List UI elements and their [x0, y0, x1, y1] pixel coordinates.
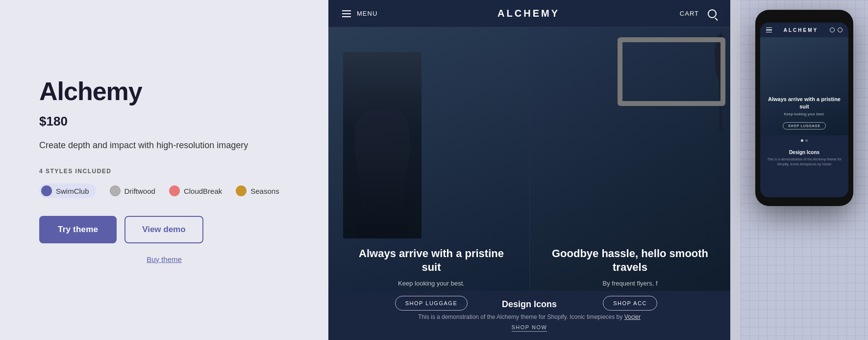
- swimclub-label: SwimClub: [56, 187, 89, 195]
- mobile-user-icon: [830, 27, 835, 32]
- hero-left-panel: Always arrive with a pristine suit Keep …: [328, 27, 529, 340]
- theme-description: Create depth and impact with high-resolu…: [39, 139, 274, 152]
- hero-left-subheading: Keep looking your best.: [358, 280, 505, 287]
- mobile-frame: ALCHEMY Always arrive with a pristine su…: [755, 10, 853, 206]
- driftwood-dot: [110, 185, 121, 196]
- mobile-bottom-title: Design Icons: [766, 150, 843, 155]
- hero-right-subheading: By frequent flyers, f: [549, 280, 711, 287]
- cloudbreak-label: CloudBreak: [184, 187, 222, 195]
- mobile-hero-text: Always arrive with a pristine suit Keep …: [766, 96, 843, 130]
- seasons-label: Seasons: [250, 187, 279, 195]
- mobile-navbar: ALCHEMY: [760, 23, 848, 37]
- style-option-seasons[interactable]: Seasons: [236, 185, 279, 196]
- style-options: SwimClub Driftwood CloudBreak Seasons: [39, 183, 289, 198]
- mobile-hero-heading: Always arrive with a pristine suit: [766, 96, 843, 110]
- style-option-cloudbreak[interactable]: CloudBreak: [169, 185, 222, 196]
- mobile-bottom: Design Icons This is a demonstration of …: [760, 146, 848, 171]
- mobile-carousel-dots: [760, 135, 848, 146]
- styles-label: 4 STYLES INCLUDED: [39, 168, 289, 175]
- mobile-screen: ALCHEMY Always arrive with a pristine su…: [760, 23, 848, 197]
- hero-right-heading: Goodbye hassle, hello smooth travels: [549, 247, 711, 275]
- hero-left-text: Always arrive with a pristine suit Keep …: [353, 247, 510, 311]
- mobile-dot-2[interactable]: [805, 139, 808, 142]
- theme-price: $180: [39, 114, 289, 129]
- hero-left-heading: Always arrive with a pristine suit: [358, 247, 505, 275]
- mobile-hamburger-icon: [766, 27, 772, 33]
- preview-navbar: MENU ALCHEMY CART: [328, 0, 730, 27]
- theme-title: Alchemy: [39, 77, 289, 106]
- right-panel: MENU ALCHEMY CART Always arrive with a p…: [328, 0, 868, 340]
- search-icon: [708, 9, 717, 18]
- mobile-search-icon: [838, 27, 843, 32]
- cloudbreak-dot: [169, 185, 180, 196]
- mobile-preview: ALCHEMY Always arrive with a pristine su…: [755, 10, 853, 206]
- hero-right-text: Goodbye hassle, hello smooth travels By …: [549, 247, 711, 311]
- preview-nav-left: MENU: [342, 10, 377, 17]
- try-theme-button[interactable]: Try theme: [39, 216, 117, 243]
- mobile-dot-1[interactable]: [801, 139, 803, 142]
- style-option-driftwood[interactable]: Driftwood: [110, 185, 155, 196]
- seasons-dot: [236, 185, 247, 196]
- hamburger-icon: [342, 10, 351, 17]
- hero-left-button[interactable]: SHOP LUGGAGE: [395, 296, 468, 311]
- mobile-bottom-subtitle: This is a demonstration of the Alchemy t…: [766, 157, 843, 167]
- menu-label: MENU: [357, 10, 377, 17]
- hero-right-button[interactable]: SHOP ACC: [603, 296, 657, 311]
- mobile-hero-sub: Keep looking your best.: [766, 112, 843, 116]
- preview-logo: ALCHEMY: [497, 8, 560, 19]
- view-demo-button[interactable]: View demo: [124, 216, 203, 243]
- bottom-title: Design Icons: [502, 299, 557, 310]
- bottom-link[interactable]: Vocier: [624, 314, 641, 320]
- left-panel: Alchemy $180 Create depth and impact wit…: [0, 0, 328, 340]
- desktop-preview: MENU ALCHEMY CART Always arrive with a p…: [328, 0, 730, 340]
- mobile-notch: [790, 16, 819, 20]
- style-option-swimclub[interactable]: SwimClub: [39, 183, 96, 198]
- buy-theme-button[interactable]: Buy theme: [39, 255, 289, 263]
- bottom-subtitle: This is a demonstration of the Alchemy t…: [418, 314, 641, 320]
- cart-label: CART: [680, 10, 699, 17]
- action-buttons: Try theme View demo: [39, 216, 289, 243]
- mobile-hero: Always arrive with a pristine suit Keep …: [760, 37, 848, 135]
- driftwood-label: Driftwood: [124, 187, 155, 195]
- suit-person-figure: [343, 52, 422, 238]
- preview-nav-right: CART: [680, 9, 717, 18]
- swimclub-dot: [41, 185, 52, 196]
- mobile-logo: ALCHEMY: [784, 27, 818, 33]
- shop-now-link[interactable]: SHOP NOW: [512, 324, 547, 332]
- mobile-icons: [830, 27, 843, 32]
- mobile-hero-button[interactable]: SHOP LUGGAGE: [783, 122, 826, 130]
- hero-right-panel: Goodbye hassle, hello smooth travels By …: [529, 27, 730, 340]
